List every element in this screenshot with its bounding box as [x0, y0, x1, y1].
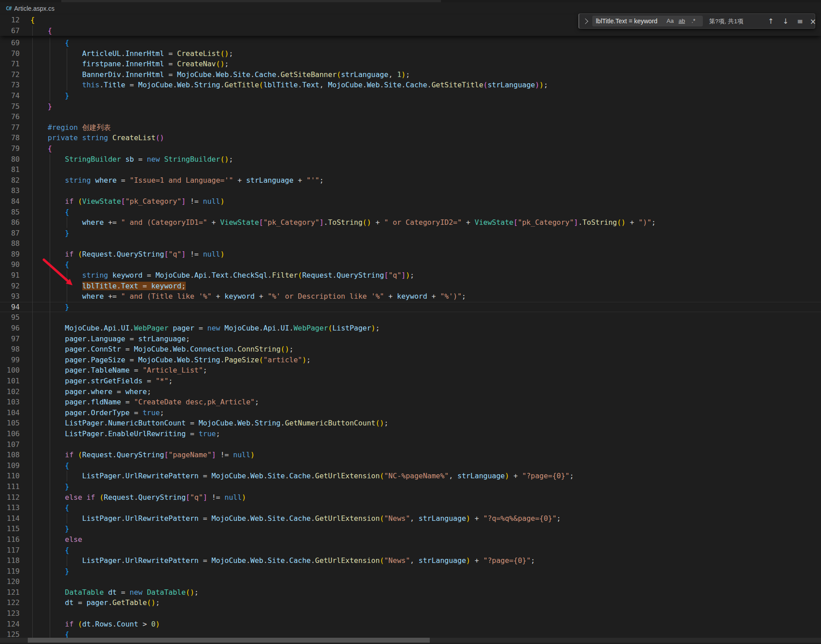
line-number: 94 — [0, 302, 20, 313]
code-line[interactable]: 120 — [0, 576, 821, 587]
code-line[interactable]: 110 ListPager.UrlRewritePattern = MojoCu… — [0, 471, 821, 481]
code-line-text: DataTable dt = new DataTable(); — [30, 587, 199, 598]
code-line[interactable]: 77 #region 创建列表 — [0, 122, 821, 133]
line-number: 79 — [0, 143, 20, 154]
code-line[interactable]: 115 } — [0, 524, 821, 534]
code-line[interactable]: 76 — [0, 112, 821, 122]
line-number: 96 — [0, 323, 20, 334]
line-number: 76 — [0, 112, 20, 122]
indent-guide — [50, 576, 50, 587]
line-number: 106 — [0, 429, 20, 439]
code-line-text: } — [30, 101, 52, 112]
code-line-text: } — [30, 566, 69, 577]
code-line[interactable]: 70 ArticleUL.InnerHtml = CreateList(); — [0, 48, 821, 59]
code-line[interactable]: 104 pager.OrderType = true; — [0, 408, 821, 418]
code-line[interactable]: 97 pager.Language = strLanguage; — [0, 334, 821, 344]
code-line[interactable]: 111 } — [0, 481, 821, 492]
horizontal-scrollbar-slider[interactable] — [28, 638, 430, 643]
toggle-replace-chevron-icon[interactable] — [582, 18, 588, 24]
indent-guide — [50, 238, 50, 249]
code-line[interactable]: 109 { — [0, 460, 821, 471]
code-line-text: pager.PageSize = MojoCube.Web.String.Pag… — [30, 355, 311, 365]
code-line[interactable]: 121 DataTable dt = new DataTable(); — [0, 587, 821, 598]
line-number: 78 — [0, 133, 20, 143]
indent-guide — [32, 238, 33, 249]
match-case-icon[interactable]: Aa — [665, 17, 675, 26]
indent-guide — [50, 185, 50, 196]
code-line[interactable]: 123 — [0, 608, 821, 619]
code-line[interactable]: 95 — [0, 312, 821, 323]
code-line[interactable]: 112 else if (Request.QueryString["q"] !=… — [0, 492, 821, 503]
code-line[interactable]: 78 private string CreateList() — [0, 133, 821, 143]
find-in-selection-icon[interactable]: ≡ — [794, 14, 806, 29]
line-number: 97 — [0, 334, 20, 344]
code-line-text: ListPager.UrlRewritePattern = MojoCube.W… — [30, 471, 574, 481]
code-line[interactable]: 113 { — [0, 502, 821, 513]
code-line[interactable]: 105 ListPager.NumericButtonCount = MojoC… — [0, 418, 821, 429]
line-number: 113 — [0, 502, 20, 513]
code-line[interactable]: 107 — [0, 439, 821, 450]
code-line[interactable]: 94 } — [0, 302, 821, 313]
line-number: 12 — [0, 15, 20, 26]
code-line-text: pager.Language = strLanguage; — [30, 334, 190, 344]
code-line[interactable]: 106 ListPager.EnableUrlRewriting = true; — [0, 429, 821, 439]
code-line[interactable]: 98 pager.ConnStr = MojoCube.Web.Connecti… — [0, 344, 821, 355]
code-line[interactable]: 82 string where = "Issue=1 and Language=… — [0, 175, 821, 186]
line-number: 105 — [0, 418, 20, 429]
code-line[interactable]: 108 if (Request.QueryString["pageName"] … — [0, 450, 821, 460]
close-find-widget-button[interactable]: × — [807, 14, 819, 29]
next-match-button[interactable]: ↓ — [779, 14, 792, 29]
code-line[interactable]: 119 } — [0, 566, 821, 577]
code-line[interactable]: 89 if (Request.QueryString["q"] != null) — [0, 249, 821, 260]
code-line[interactable]: 124 if (dt.Rows.Count > 0) — [0, 619, 821, 630]
code-line[interactable]: 91 string keyword = MojoCube.Api.Text.Ch… — [0, 270, 821, 281]
code-line[interactable]: 84 if (ViewState["pk_Category"] != null) — [0, 196, 821, 207]
code-line[interactable]: 118 ListPager.UrlRewritePattern = MojoCu… — [0, 555, 821, 566]
code-line[interactable]: 99 pager.PageSize = MojoCube.Web.String.… — [0, 355, 821, 365]
code-line[interactable]: 80 StringBuilder sb = new StringBuilder(… — [0, 154, 821, 165]
code-line[interactable]: 73 this.Title = MojoCube.Web.String.GetT… — [0, 80, 821, 90]
code-line[interactable]: 74 } — [0, 90, 821, 101]
code-line[interactable]: 100 pager.TableName = "Article_List"; — [0, 365, 821, 376]
code-line-text: ListPager.NumericButtonCount = MojoCube.… — [30, 418, 389, 429]
code-line[interactable]: 79 { — [0, 143, 821, 154]
line-number: 112 — [0, 492, 20, 503]
code-line[interactable]: 116 else — [0, 534, 821, 545]
code-line[interactable]: 75 } — [0, 101, 821, 112]
whole-word-icon[interactable]: ab — [677, 17, 687, 26]
code-line[interactable]: 81 — [0, 164, 821, 175]
code-line[interactable]: 93 where += " and (Title like '%" + keyw… — [0, 291, 821, 302]
code-editor[interactable]: 69 {70 ArticleUL.InnerHtml = CreateList(… — [0, 38, 821, 640]
breadcrumb-file-label: Article.aspx.cs — [14, 5, 54, 12]
code-line[interactable]: 71 firstpane.InnerHtml = CreateNav(); — [0, 59, 821, 69]
code-line[interactable]: 96 MojoCube.Api.UI.WebPager pager = new … — [0, 323, 821, 334]
line-number: 116 — [0, 534, 20, 545]
line-number: 91 — [0, 270, 20, 281]
code-line[interactable]: 103 pager.fldName = "CreateDate desc,pk_… — [0, 397, 821, 408]
code-line[interactable]: 83 — [0, 185, 821, 196]
code-line[interactable]: 85 { — [0, 207, 821, 218]
breadcrumb-item-file[interactable]: C# Article.aspx.cs — [6, 5, 55, 12]
line-number: 90 — [0, 259, 20, 270]
code-line[interactable]: 90 { — [0, 259, 821, 270]
code-line[interactable]: 72 BannerDiv.InnerHtml = MojoCube.Web.Si… — [0, 69, 821, 80]
code-line[interactable]: 92 lblTitle.Text = keyword; — [0, 281, 821, 292]
regex-icon[interactable]: .* — [688, 17, 698, 26]
line-number: 87 — [0, 228, 20, 239]
code-line[interactable]: 102 pager.where = where; — [0, 386, 821, 397]
previous-match-button[interactable]: ↑ — [765, 14, 777, 29]
code-line[interactable]: 86 where += " and (CategoryID1=" + ViewS… — [0, 217, 821, 228]
code-line-text: { — [30, 545, 69, 556]
code-line[interactable]: 88 — [0, 238, 821, 249]
code-line-text: string keyword = MojoCube.Api.Text.Check… — [30, 270, 414, 281]
code-line-text: } — [30, 228, 69, 239]
code-line[interactable]: 69 { — [0, 38, 821, 48]
line-number: 119 — [0, 566, 20, 577]
line-number: 115 — [0, 524, 20, 534]
code-line-text: { — [30, 259, 69, 270]
code-line[interactable]: 87 } — [0, 228, 821, 239]
code-line[interactable]: 122 dt = pager.GetTable(); — [0, 597, 821, 608]
code-line[interactable]: 101 pager.strGetFields = "*"; — [0, 376, 821, 386]
code-line[interactable]: 114 ListPager.UrlRewritePattern = MojoCu… — [0, 513, 821, 524]
code-line[interactable]: 117 { — [0, 545, 821, 556]
